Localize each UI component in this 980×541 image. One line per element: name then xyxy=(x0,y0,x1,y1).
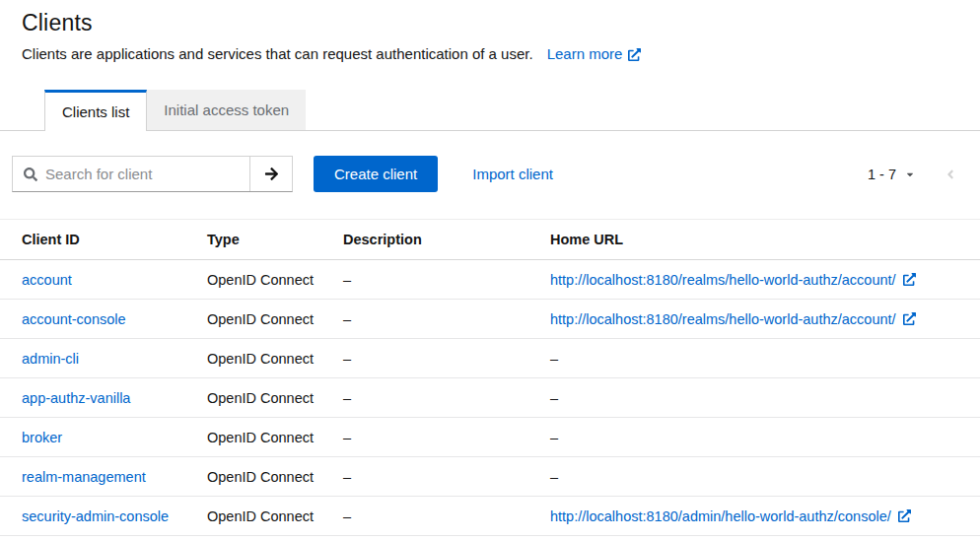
client-type-cell: OpenID Connect xyxy=(207,508,343,524)
client-id-link[interactable]: broker xyxy=(22,430,62,445)
search-submit-button[interactable] xyxy=(249,157,292,191)
import-client-link[interactable]: Import client xyxy=(472,166,553,182)
external-link-icon xyxy=(903,312,916,325)
tabs-leading-spacer xyxy=(0,90,44,131)
search-input[interactable] xyxy=(37,166,249,182)
table-row: broker OpenID Connect – – xyxy=(0,418,980,457)
home-url-empty: – xyxy=(550,351,558,367)
clients-table: Client ID Type Description Home URL acco… xyxy=(0,219,980,536)
table-row: security-admin-console OpenID Connect – … xyxy=(0,497,980,536)
column-header-home-url: Home URL xyxy=(550,232,980,247)
client-type-cell: OpenID Connect xyxy=(207,430,343,445)
external-link-icon xyxy=(898,509,911,522)
tab-initial-access-token[interactable]: Initial access token xyxy=(147,90,306,131)
home-url-empty: – xyxy=(550,469,558,485)
client-description-cell: – xyxy=(343,311,550,327)
client-id-link[interactable]: account xyxy=(22,272,72,288)
pagination-range-toggle[interactable]: 1 - 7 xyxy=(868,167,915,182)
column-header-description: Description xyxy=(343,232,550,247)
pagination: 1 - 7 xyxy=(868,167,956,182)
client-description-cell: – xyxy=(343,390,550,406)
table-row: account OpenID Connect – http://localhos… xyxy=(0,260,980,300)
client-description-cell: – xyxy=(343,351,550,367)
external-link-icon xyxy=(628,48,641,61)
table-header-row: Client ID Type Description Home URL xyxy=(0,220,980,260)
tab-label: Initial access token xyxy=(164,101,289,118)
learn-more-label: Learn more xyxy=(547,44,623,64)
table-body: account OpenID Connect – http://localhos… xyxy=(0,260,980,536)
client-id-link[interactable]: account-console xyxy=(22,311,126,327)
client-id-link[interactable]: admin-cli xyxy=(22,351,79,367)
client-type-cell: OpenID Connect xyxy=(207,272,343,288)
client-id-link[interactable]: realm-management xyxy=(22,469,146,485)
search-group xyxy=(12,156,293,192)
caret-down-icon xyxy=(905,169,915,179)
home-url-link[interactable]: http://localhost:8180/admin/hello-world-… xyxy=(550,508,891,524)
client-type-cell: OpenID Connect xyxy=(207,351,343,367)
home-url-empty: – xyxy=(550,430,558,445)
search-icon xyxy=(24,168,37,181)
client-description-cell: – xyxy=(343,469,550,485)
tabs-trailing-spacer xyxy=(306,90,980,131)
pagination-prev-button[interactable] xyxy=(945,168,956,181)
table-row: admin-cli OpenID Connect – – xyxy=(0,339,980,378)
client-id-link[interactable]: security-admin-console xyxy=(22,508,169,524)
chevron-left-icon xyxy=(945,168,956,181)
client-id-link[interactable]: app-authz-vanilla xyxy=(22,390,130,406)
learn-more-link[interactable]: Learn more xyxy=(547,44,642,64)
page-title: Clients xyxy=(22,10,956,36)
client-type-cell: OpenID Connect xyxy=(207,390,343,406)
column-header-client-id: Client ID xyxy=(22,232,207,247)
table-row: realm-management OpenID Connect – – xyxy=(0,457,980,497)
page-subtitle: Clients are applications and services th… xyxy=(22,44,533,64)
client-description-cell: – xyxy=(343,508,550,524)
tab-clients-list[interactable]: Clients list xyxy=(44,90,147,131)
table-row: app-authz-vanilla OpenID Connect – – xyxy=(0,378,980,418)
client-description-cell: – xyxy=(343,272,550,288)
pagination-range-label: 1 - 7 xyxy=(868,167,896,182)
external-link-icon xyxy=(903,273,916,286)
toolbar: Create client Import client 1 - 7 xyxy=(0,156,980,192)
page-header: Clients Clients are applications and ser… xyxy=(0,0,980,64)
table-row: account-console OpenID Connect – http://… xyxy=(0,300,980,339)
create-client-button[interactable]: Create client xyxy=(314,156,438,192)
client-type-cell: OpenID Connect xyxy=(207,469,343,485)
home-url-link[interactable]: http://localhost:8180/realms/hello-world… xyxy=(550,272,896,288)
tab-label: Clients list xyxy=(62,103,129,120)
home-url-link[interactable]: http://localhost:8180/realms/hello-world… xyxy=(550,311,896,327)
client-type-cell: OpenID Connect xyxy=(207,311,343,327)
home-url-empty: – xyxy=(550,390,558,406)
tabs: Clients list Initial access token xyxy=(0,90,980,131)
column-header-type: Type xyxy=(207,232,343,247)
client-description-cell: – xyxy=(343,430,550,445)
arrow-right-icon xyxy=(264,167,279,181)
